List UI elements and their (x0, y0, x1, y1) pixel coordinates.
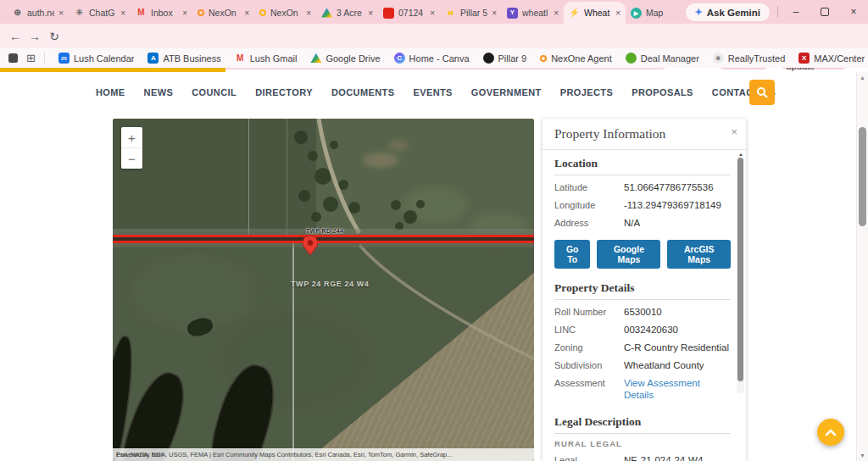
site-nav-link[interactable]: NEWS (144, 87, 174, 97)
row-value[interactable]: C-R Country Residential (624, 342, 729, 353)
bookmark-item[interactable]: NexOne Agent (540, 53, 612, 64)
bookmark-item[interactable]: Pillar 9 (483, 53, 527, 64)
bookmark-item[interactable]: X MAX/Center (798, 53, 865, 64)
bookmark-label: MAX/Center (814, 53, 865, 64)
row-value[interactable]: 0032420630 (624, 324, 678, 336)
site-nav-link[interactable]: DOCUMENTS (331, 87, 395, 97)
bookmark-favicon-icon (483, 53, 494, 64)
browser-tab[interactable]: 07124 × (378, 2, 440, 24)
tab-close-icon[interactable]: × (182, 8, 187, 18)
divider (554, 175, 731, 175)
bookmark-list: 25 Lush Calendar A ATB Business M Lush G… (58, 53, 868, 64)
site-nav-link[interactable]: EVENTS (413, 87, 452, 97)
bookmark-label: Lush Gmail (250, 53, 298, 64)
row-value[interactable]: Wheatland County (624, 359, 704, 371)
tab-close-icon[interactable]: × (244, 8, 249, 18)
tab-close-icon[interactable]: × (368, 8, 373, 18)
tab-close-icon[interactable]: × (306, 8, 311, 18)
close-window-button[interactable]: × (839, 0, 868, 24)
page-scrollbar[interactable]: ▲ ▼ (856, 72, 868, 461)
bookmark-label: Deal Manager (641, 53, 699, 64)
site-header: HOME NEWS COUNCIL DIRECTORY DOCUMENTS EV… (0, 72, 868, 114)
reload-icon[interactable]: ↻ (46, 28, 63, 45)
panel-close-icon[interactable]: × (731, 125, 737, 138)
site-nav-link[interactable]: GOVERNMENT (471, 87, 542, 97)
detail-row: Address N/A (554, 217, 731, 229)
township-label: TWP 24 RGE 24 W4 (291, 280, 369, 288)
row-value[interactable]: View Assessment Details (624, 377, 731, 401)
bookmark-item[interactable]: M Lush Gmail (235, 53, 298, 64)
browser-tab[interactable]: NexOn × (254, 2, 316, 24)
bookmark-item[interactable]: Deal Manager (626, 53, 699, 64)
browser-tab[interactable]: NexOn × (192, 2, 254, 24)
bookmark-item[interactable]: A ATB Business (147, 53, 220, 64)
row-value: 51.06647786775536 (624, 181, 714, 193)
site-nav-link[interactable]: HOME (96, 87, 125, 97)
minimize-button[interactable]: – (782, 0, 810, 24)
site-nav-link[interactable]: PROPOSALS (632, 87, 693, 97)
tab-close-icon[interactable]: × (430, 8, 435, 18)
bookmark-label: Google Drive (326, 53, 380, 64)
scroll-to-top-button[interactable] (817, 419, 844, 446)
tab-list: ⊕ auth.ne × ✳ ChatG × M Inbox × NexOn × (7, 0, 717, 24)
zoom-in-button[interactable]: + (121, 127, 142, 147)
tab-close-icon[interactable]: × (554, 8, 559, 18)
tab-favicon-icon: ⊕ (12, 8, 23, 19)
detail-row: Roll Number 6530010 (554, 306, 731, 318)
bookmarks-lead: ⊞ (8, 52, 45, 64)
back-icon[interactable]: ← (7, 28, 24, 45)
tab-close-icon[interactable]: × (120, 8, 125, 18)
divider (554, 433, 731, 434)
browser-tab[interactable]: M Inbox × (131, 2, 192, 24)
bookmark-item[interactable]: C Home - Canva (394, 53, 470, 64)
bookmark-label: NexOne Agent (551, 53, 612, 64)
site-nav-link[interactable]: PROJECTS (560, 87, 614, 97)
tab-close-icon[interactable]: × (58, 8, 64, 18)
panel-action-button[interactable]: Go To (554, 240, 590, 269)
tab-favicon-icon: ⚡ (569, 8, 580, 19)
bookmark-favicon-icon: X (798, 53, 810, 64)
browser-tab[interactable]: ▮▮ Pillar 5 × (440, 2, 502, 24)
maximize-button[interactable] (810, 0, 839, 24)
apps-grid-icon[interactable]: ⊞ (26, 52, 36, 64)
bookmark-favicon-icon (626, 53, 637, 64)
tab-title: Pillar 5 (460, 8, 487, 18)
legal-rows: Legal Description NE-21-024-24-W4 Quarte… (554, 454, 731, 461)
pinned-site-icon[interactable] (8, 53, 18, 63)
detail-row: Legal Description NE-21-024-24-W4 (554, 454, 731, 461)
map-canvas[interactable]: TWP RD 244 TWP 24 RGE 24 W4 + − Esri, NA… (113, 119, 534, 461)
gemini-spark-icon: ✦ (695, 7, 703, 18)
row-label: Subdivision (554, 359, 624, 371)
scrollbar-down-icon[interactable]: ▼ (860, 453, 865, 458)
tab-close-icon[interactable]: × (615, 8, 620, 18)
panel-scrollbar-thumb[interactable] (737, 158, 743, 381)
browser-tab[interactable]: Y wheatl × (502, 2, 564, 24)
browser-tab[interactable]: ⊕ auth.ne × (7, 2, 69, 24)
site-nav-link[interactable]: DIRECTORY (255, 87, 313, 97)
zoom-out-button[interactable]: − (121, 147, 142, 169)
divider (44, 53, 45, 64)
site-search-button[interactable] (749, 80, 775, 105)
panel-action-button[interactable]: ArcGIS Maps (667, 240, 731, 269)
highlighted-road (113, 235, 534, 243)
bookmark-item[interactable]: 25 Lush Calendar (58, 53, 135, 64)
panel-scroll-up-icon[interactable]: ▲ (738, 152, 743, 157)
row-value[interactable]: 6530010 (624, 306, 662, 318)
site-nav-link[interactable]: COUNCIL (192, 87, 236, 97)
panel-header: Property Information × (542, 119, 746, 150)
panel-action-button[interactable]: Google Maps (597, 240, 660, 269)
browser-tab[interactable]: 3 Acre × (316, 2, 378, 24)
tab-close-icon[interactable]: × (492, 8, 497, 18)
row-value: NE-21-024-24-W4 (624, 454, 703, 461)
browser-tab[interactable]: ✳ ChatG × (69, 2, 131, 24)
browser-tab[interactable]: ⚡ Wheat × (564, 2, 626, 24)
map-marker-pin[interactable] (303, 236, 318, 256)
forward-icon[interactable]: → (26, 28, 43, 45)
tab-title: NexOn (209, 8, 240, 18)
ask-gemini-button[interactable]: ✦ Ask Gemini (686, 3, 771, 21)
tab-title: ChatG (89, 8, 116, 18)
bookmark-item[interactable]: ☻ ReallyTrusted (713, 53, 785, 64)
scrollbar-up-icon[interactable]: ▲ (860, 75, 865, 81)
page-scrollbar-thumb[interactable] (859, 127, 866, 226)
bookmark-item[interactable]: Google Drive (310, 53, 380, 64)
